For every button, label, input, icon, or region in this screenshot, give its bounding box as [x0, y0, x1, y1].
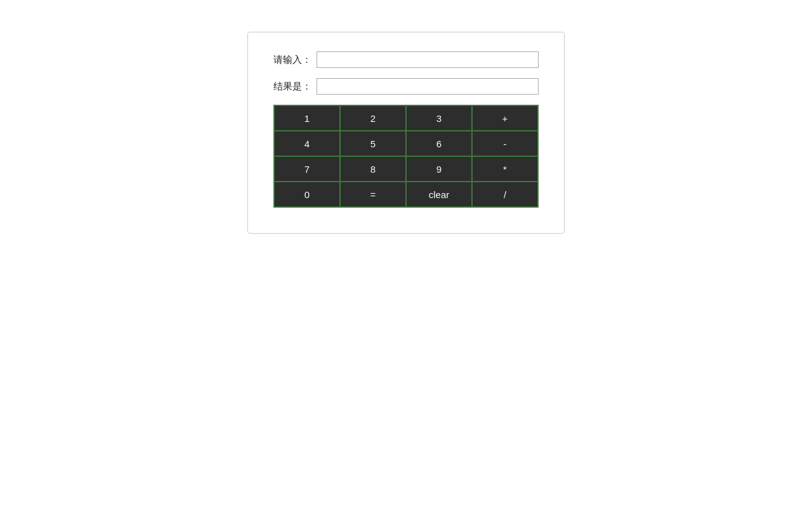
btn-multiply-button[interactable]: * — [472, 156, 538, 182]
btn-3-button[interactable]: 3 — [406, 105, 472, 131]
input-field[interactable] — [317, 51, 539, 68]
btn-clear-button[interactable]: clear — [406, 182, 472, 207]
btn-9-button[interactable]: 9 — [406, 156, 472, 182]
btn-equals-button[interactable]: = — [340, 182, 406, 207]
btn-divide-button[interactable]: / — [472, 182, 538, 207]
btn-5-button[interactable]: 5 — [340, 131, 406, 156]
btn-4-button[interactable]: 4 — [274, 131, 340, 156]
btn-8-button[interactable]: 8 — [340, 156, 406, 182]
btn-6-button[interactable]: 6 — [406, 131, 472, 156]
btn-minus-button[interactable]: - — [472, 131, 538, 156]
result-label: 结果是： — [273, 81, 311, 93]
btn-0-button[interactable]: 0 — [274, 182, 340, 207]
btn-plus-button[interactable]: + — [472, 105, 538, 131]
result-field[interactable] — [317, 78, 539, 95]
result-row: 结果是： — [273, 78, 539, 95]
input-row: 请输入： — [273, 51, 539, 68]
btn-1-button[interactable]: 1 — [274, 105, 340, 131]
calculator-panel: 请输入： 结果是： 123+456-789*0=clear/ — [247, 32, 565, 234]
btn-7-button[interactable]: 7 — [274, 156, 340, 182]
button-grid: 123+456-789*0=clear/ — [273, 105, 539, 208]
input-label: 请输入： — [273, 54, 311, 66]
btn-2-button[interactable]: 2 — [340, 105, 406, 131]
